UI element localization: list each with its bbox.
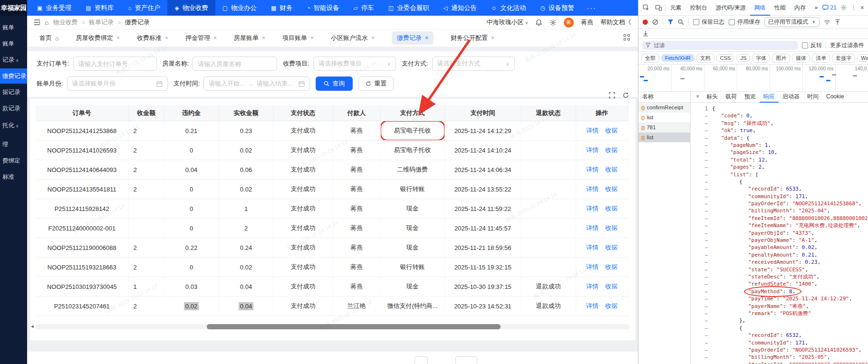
device-toolbar-icon[interactable] [653,4,665,11]
detail-tab-载荷[interactable]: 载荷 [722,90,741,103]
community-selector[interactable]: 中海玫瑰小区∨ [486,18,528,27]
nav-item-10[interactable]: ◁通知公告 [436,0,484,16]
sidebar-item-8[interactable]: 理 [0,137,27,152]
scroll-left-arrow[interactable]: ◂ [31,323,34,329]
network-conditions-icon[interactable] [824,19,830,25]
nav-item-9[interactable]: ◫业委会履职 [381,0,436,16]
devtools-tab-性能[interactable]: 性能 [770,0,790,16]
nav-more[interactable]: ··· [581,4,602,12]
filter-funnel-icon[interactable] [667,19,674,25]
pagination-control[interactable] [455,356,477,364]
home-icon[interactable]: ⌂ [45,19,48,26]
console-messages-badge[interactable]: 21 [822,4,836,11]
sidebar-item-5[interactable]: 据记录 [0,85,27,100]
filter-chip-JS[interactable]: JS [736,54,750,62]
tab-3[interactable]: 收费标准× [137,34,168,42]
filter-chip-字体[interactable]: 字体 [752,54,770,63]
sidebar-item-10[interactable]: 标准 [0,169,27,184]
devtools-tab-网络[interactable]: 网络 [750,0,770,16]
detail-link[interactable]: 详情 [586,205,598,212]
nav-item-7[interactable]: ◔智能设备 [299,0,346,16]
request-row-confirmReceipt[interactable]: {}confirmReceipt [638,103,690,113]
close-tab-icon[interactable]: × [262,35,265,41]
clear-network-icon[interactable] [652,19,658,25]
record-network-icon[interactable] [643,19,648,25]
sidebar-item-4[interactable]: 缴费记录 [0,68,27,84]
close-tab-icon[interactable]: × [425,35,428,41]
network-filter-input[interactable] [653,42,795,48]
sidebar-item-2[interactable]: 账单 [0,36,27,51]
more-filters-button[interactable]: 更多过滤条件 [830,41,864,49]
filter-chip-CSS[interactable]: CSS [716,54,735,62]
export-har-icon[interactable] [643,30,648,37]
tab-2[interactable]: 房屋收费绑定× [76,34,120,42]
filter-chip-媒体[interactable]: 媒体 [792,54,810,63]
close-tab-icon[interactable]: × [491,35,494,41]
filter-chip-Fetch/XHR[interactable]: Fetch/XHR [661,54,694,62]
detail-link[interactable]: 详情 [586,224,598,231]
tab-7[interactable]: 小区账户流水× [331,34,375,42]
import-har-icon[interactable] [835,19,840,25]
receipt-link[interactable]: 收据 [605,263,617,270]
disable-cache-checkbox[interactable]: 停用缓存 [729,18,760,26]
devtools-menu-kebab-icon[interactable]: ⋮ [851,4,857,11]
receipt-link[interactable]: 收据 [605,224,617,231]
filter-chip-图片[interactable]: 图片 [772,54,790,63]
invert-filter-checkbox[interactable]: 反转 [802,41,822,49]
sidebar-item-7[interactable]: 托化∨ [0,118,27,133]
request-row-list[interactable]: {}list [638,133,690,143]
breadcrumb-seg[interactable]: 物业收费 [53,18,77,27]
network-search-icon[interactable] [678,19,684,25]
receipt-link[interactable]: 收据 [605,185,617,192]
receipt-link[interactable]: 收据 [605,244,617,251]
avatar[interactable]: 蒋 [564,18,574,28]
detail-link[interactable]: 详情 [586,283,598,290]
nav-item-12[interactable]: ◷设备预警 [533,0,581,16]
house-name-input[interactable] [193,57,277,71]
detail-link[interactable]: 详情 [586,166,598,173]
filter-chip-文档[interactable]: 文档 [696,54,714,63]
collapse-sidebar-icon[interactable] [34,19,40,25]
devtools-tab-控制台[interactable]: 控制台 [685,0,711,16]
nav-item-1[interactable]: ▣业务受理 [30,0,78,16]
fee-item-select[interactable]: 请选择收费项目∨ [313,57,396,71]
close-tab-icon[interactable]: × [116,35,120,41]
devtools-tab-内存[interactable]: 内存 [790,0,810,16]
pay-method-select[interactable]: 请选择支付方式∨ [432,57,515,71]
sidebar-item-6[interactable]: 款记录 [0,101,27,116]
pagination-control[interactable] [415,356,428,364]
detail-link[interactable]: 详情 [586,146,598,153]
more-tabs-chevron[interactable]: » [810,0,822,16]
close-tab-icon[interactable]: × [213,35,217,41]
nav-item-11[interactable]: ☺文化活动 [484,0,533,16]
tab-6[interactable]: 项目账单× [282,34,314,42]
devtools-settings-icon[interactable] [840,4,847,11]
request-row-781[interactable]: {}781 [638,123,690,133]
close-detail-icon[interactable]: × [693,93,703,100]
sidebar-item-9[interactable]: 费绑定 [0,153,27,168]
devtools-tab-元素[interactable]: 元素 [665,0,685,16]
nav-item-3[interactable]: ⌂资产住户 [121,0,167,16]
detail-tab-响应[interactable]: 响应 [760,90,779,103]
tab-4[interactable]: 押金管理× [185,34,217,42]
close-tab-icon[interactable]: × [310,35,314,41]
request-name-header[interactable]: 名称 [638,90,690,103]
receipt-link[interactable]: 收据 [605,166,617,173]
bell-icon[interactable] [535,19,542,26]
scrollbar-thumb[interactable] [207,324,501,329]
fullscreen-icon[interactable] [609,92,615,98]
response-json-viewer[interactable]: 1{–"code": 0,–"msg": "操作成功",–"ok": true,… [691,103,868,364]
detail-link[interactable]: 详情 [586,302,598,309]
detail-tab-启动器[interactable]: 启动器 [779,90,803,103]
settings-gear-icon[interactable] [550,19,557,26]
detail-link[interactable]: 详情 [586,263,598,270]
detail-tab-Cookie[interactable]: Cookie [822,90,848,103]
detail-tab-时间[interactable]: 时间 [803,90,822,103]
devtools-close-icon[interactable]: × [860,4,864,11]
detail-link[interactable]: 详情 [586,244,598,251]
close-tab-icon[interactable]: × [371,35,375,41]
sidebar-item-3[interactable]: 记录∧ [0,52,27,67]
nav-item-5[interactable]: ▢物业办公 [215,0,264,16]
tab-5[interactable]: 房屋账单× [234,34,265,42]
query-button[interactable]: 查询 [316,77,353,91]
